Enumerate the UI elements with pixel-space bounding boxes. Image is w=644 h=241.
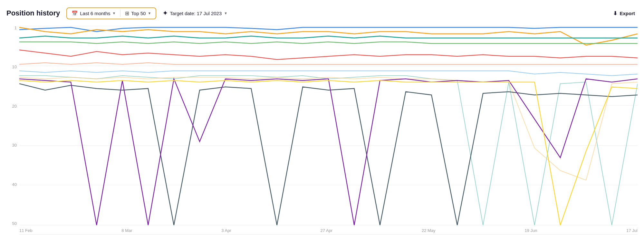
x-label-jun: 19 Jun xyxy=(524,228,537,233)
y-label-1: 1 xyxy=(14,26,17,30)
position-history-chart xyxy=(19,26,638,225)
export-label: Export xyxy=(620,11,635,16)
top-filter-button[interactable]: ⊞ Top 50 ▼ xyxy=(123,10,153,17)
table-icon: ⊞ xyxy=(125,10,129,16)
filter-group: 📅 Last 6 months ▼ ⊞ Top 50 ▼ xyxy=(66,7,156,19)
calendar-icon: 📅 xyxy=(72,10,78,16)
y-label-50: 50 xyxy=(12,221,17,226)
y-label-40: 40 xyxy=(12,182,17,187)
export-icon: ⬇ xyxy=(613,10,617,16)
x-axis: 11 Feb 8 Mar 3 Apr 27 Apr 22 May 19 Jun … xyxy=(19,225,638,234)
y-label-10: 10 xyxy=(12,65,17,69)
chart-title: Position history xyxy=(6,9,60,17)
top-label: Top 50 xyxy=(131,11,146,16)
export-button[interactable]: ⬇ Export xyxy=(610,9,638,18)
x-label-feb: 11 Feb xyxy=(19,228,32,233)
chart-area: 1 10 20 30 40 50 xyxy=(6,26,638,235)
top-chevron-icon: ▼ xyxy=(148,11,151,15)
target-label: Target date: 17 Jul 2023 xyxy=(170,11,222,16)
y-label-30: 30 xyxy=(12,143,17,147)
trend-icon: ✦ xyxy=(163,10,168,17)
period-chevron-icon: ▼ xyxy=(112,11,116,15)
chart-inner: 11 Feb 8 Mar 3 Apr 27 Apr 22 May 19 Jun … xyxy=(19,26,638,235)
x-label-apr-early: 3 Apr xyxy=(221,228,231,233)
target-chevron-icon: ▼ xyxy=(224,11,227,15)
period-filter-button[interactable]: 📅 Last 6 months ▼ xyxy=(70,10,118,17)
filter-divider xyxy=(120,10,120,17)
x-label-apr-late: 27 Apr xyxy=(321,228,333,233)
x-label-jul: 17 Jul xyxy=(626,228,638,233)
period-label: Last 6 months xyxy=(80,11,110,16)
x-label-may: 22 May xyxy=(422,228,436,233)
x-label-mar: 8 Mar xyxy=(121,228,132,233)
chart-container: Position history 📅 Last 6 months ▼ ⊞ Top… xyxy=(0,0,644,241)
y-axis: 1 10 20 30 40 50 xyxy=(6,26,19,235)
y-label-20: 20 xyxy=(12,104,17,108)
toolbar: Position history 📅 Last 6 months ▼ ⊞ Top… xyxy=(6,5,638,21)
target-date-button[interactable]: ✦ Target date: 17 Jul 2023 ▼ xyxy=(160,8,230,18)
